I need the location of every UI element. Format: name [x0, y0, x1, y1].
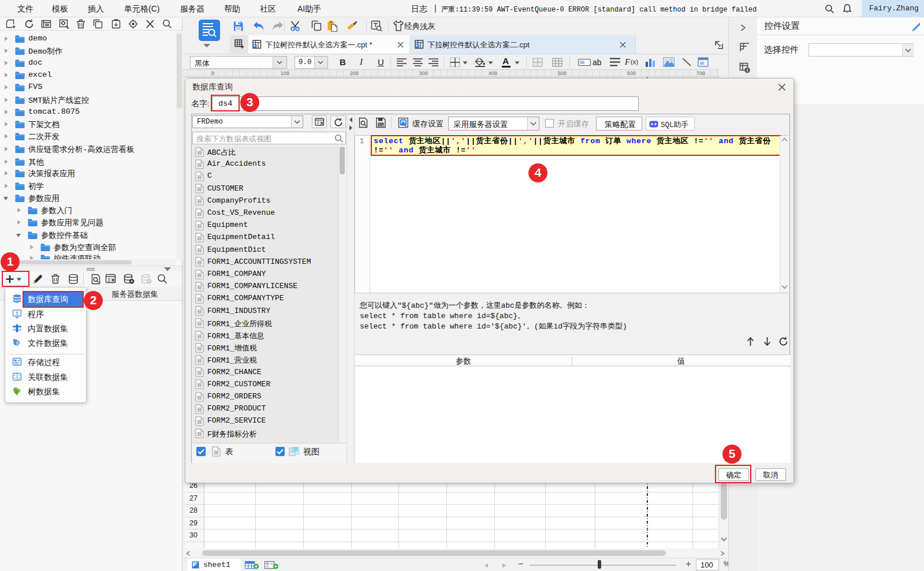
svg-text:SQL: SQL [379, 124, 385, 126]
